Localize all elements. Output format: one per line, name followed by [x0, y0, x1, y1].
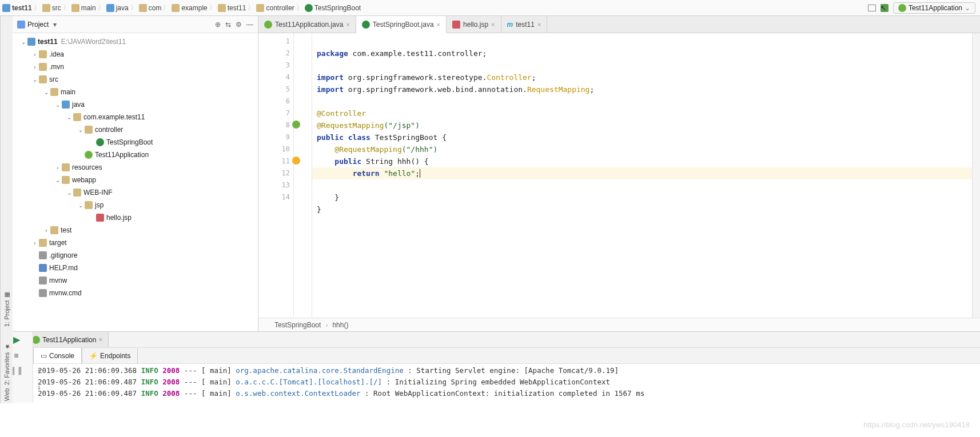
close-icon[interactable]: ×: [98, 336, 102, 344]
watermark: https://blog.csdn.net/yws190418: [863, 420, 970, 429]
breadcrumb-item[interactable]: test11: [218, 4, 246, 12]
run-dashboard-icon[interactable]: [868, 5, 876, 11]
class-icon: [305, 4, 313, 12]
tree-item[interactable]: ⌄webapp: [13, 174, 258, 186]
txt-icon: [39, 289, 47, 297]
spring-gutter-icon[interactable]: [292, 121, 300, 129]
class-icon: [96, 138, 104, 146]
tree-item[interactable]: mvnw: [13, 274, 258, 287]
close-icon[interactable]: ×: [346, 21, 349, 28]
console-line: 2019-05-26 21:06:09.487 INFO 2008 --- [ …: [38, 376, 975, 388]
tree-twisty-icon[interactable]: ⌄: [77, 202, 85, 209]
expand-icon[interactable]: ⇆: [225, 21, 231, 29]
tree-item[interactable]: ⌄controller: [13, 123, 258, 136]
tree-twisty-icon[interactable]: ⌄: [31, 77, 39, 83]
project-panel: Project ▾ ⊕ ⇆ ⚙ — ⌄test11E:\JAVAWord2\te…: [13, 16, 258, 331]
tree-item[interactable]: ⌄main: [13, 86, 258, 98]
scrollbar[interactable]: [972, 33, 980, 318]
hide-icon[interactable]: —: [246, 21, 253, 29]
console-line: 2019-05-26 21:06:09.368 INFO 2008 --- [ …: [38, 365, 975, 376]
tree-twisty-icon[interactable]: ⌄: [54, 102, 62, 108]
tree-item[interactable]: ›test: [13, 224, 258, 236]
web-tool-button[interactable]: Web: [3, 388, 10, 401]
tree-twisty-icon[interactable]: ›: [31, 51, 39, 58]
run-tab[interactable]: Test11Application ×: [26, 332, 109, 347]
tree-twisty-icon[interactable]: ›: [31, 64, 39, 70]
tree-item[interactable]: ›.idea: [13, 48, 258, 61]
endpoints-tab[interactable]: ⚡ Endpoints: [82, 348, 138, 363]
breadcrumb-item[interactable]: TestSpringBoot: [305, 4, 361, 12]
locate-icon[interactable]: ⊕: [215, 21, 221, 29]
tree-twisty-icon[interactable]: ›: [42, 227, 50, 234]
tree-item[interactable]: ›.mvn: [13, 61, 258, 73]
project-tree[interactable]: ⌄test11E:\JAVAWord2\test11›.idea›.mvn⌄sr…: [13, 33, 258, 331]
tree-item[interactable]: mvnw.cmd: [13, 287, 258, 299]
tree-item[interactable]: ⌄src: [13, 73, 258, 86]
folder-icon: [85, 126, 93, 134]
folder-icon: [172, 4, 180, 12]
scroll-down-icon[interactable]: ↓: [37, 381, 41, 392]
editor-tab[interactable]: hello.jsp×: [447, 16, 501, 33]
tree-item[interactable]: ⌄test11E:\JAVAWord2\test11: [13, 35, 258, 48]
code-editor[interactable]: package com.example.test11.controller; i…: [312, 33, 972, 318]
tree-twisty-icon[interactable]: ⌄: [54, 177, 62, 183]
breadcrumb-item[interactable]: main: [71, 4, 96, 12]
tree-twisty-icon[interactable]: ›: [54, 165, 62, 171]
gear-icon[interactable]: ⚙: [236, 21, 242, 29]
status-method[interactable]: hhh(): [332, 321, 348, 329]
tree-item[interactable]: ⌄com.example.test11: [13, 111, 258, 123]
scroll-up-icon[interactable]: ↑: [37, 365, 41, 376]
tree-twisty-icon[interactable]: ⌄: [65, 114, 73, 121]
run-config-selector[interactable]: Test11Application ⌄: [893, 2, 975, 14]
console-output[interactable]: ↑ ↓ 2019-05-26 21:06:09.368 INFO 2008 --…: [33, 364, 980, 434]
breadcrumb-item[interactable]: example: [172, 4, 207, 12]
editor-tab[interactable]: mtest11×: [501, 16, 548, 33]
tree-item[interactable]: TestSpringBoot: [13, 136, 258, 149]
breadcrumb-item[interactable]: controller: [256, 4, 294, 12]
folder-blue-icon: [27, 38, 35, 46]
tree-twisty-icon[interactable]: ⌄: [19, 39, 27, 45]
editor-tab[interactable]: Test11Application.java×: [258, 16, 356, 33]
project-icon: [17, 21, 25, 29]
txt-icon: [39, 251, 47, 259]
tree-twisty-icon[interactable]: ⌄: [65, 190, 73, 196]
build-icon[interactable]: ↖: [881, 4, 889, 12]
console-tab[interactable]: ▭ Console: [33, 348, 82, 363]
tree-item[interactable]: ›resources: [13, 161, 258, 174]
chevron-down-icon[interactable]: ▾: [53, 21, 57, 29]
close-icon[interactable]: ×: [537, 21, 541, 28]
folder-blue-icon: [62, 101, 70, 109]
close-icon[interactable]: ×: [491, 21, 495, 28]
run-config-label: Test11Application: [909, 4, 962, 12]
tree-item[interactable]: Test11Application: [13, 149, 258, 161]
close-icon[interactable]: ×: [437, 21, 440, 28]
tree-twisty-icon[interactable]: ›: [31, 240, 39, 246]
tree-item[interactable]: .gitignore: [13, 249, 258, 262]
breadcrumb-item[interactable]: com: [139, 4, 162, 12]
folder-icon: [50, 226, 58, 234]
folder-icon: [39, 63, 47, 71]
tree-item[interactable]: ⌄jsp: [13, 199, 258, 211]
breadcrumb-item[interactable]: test11: [2, 4, 32, 12]
breadcrumb: test11〉 src〉 main〉 java〉 com〉 example〉 t…: [2, 3, 361, 13]
tree-item[interactable]: hello.jsp: [13, 211, 258, 224]
breadcrumb-item[interactable]: src: [42, 4, 61, 12]
tree-item[interactable]: ›target: [13, 236, 258, 249]
tree-twisty-icon[interactable]: ⌄: [77, 127, 85, 133]
stop-icon[interactable]: ■: [14, 351, 18, 360]
class-icon: [362, 21, 370, 29]
status-class[interactable]: TestSpringBoot: [274, 321, 321, 329]
editor-tab[interactable]: TestSpringBoot.java×: [356, 16, 447, 33]
tree-twisty-icon[interactable]: ⌄: [42, 89, 50, 95]
intention-bulb-icon[interactable]: [292, 157, 300, 165]
rerun-icon[interactable]: ▶: [13, 334, 20, 345]
tree-item[interactable]: ⌄java: [13, 98, 258, 111]
tree-item[interactable]: ⌄WEB-INF: [13, 186, 258, 199]
folder-icon: [71, 4, 79, 12]
project-tool-button[interactable]: 1: Project▦: [3, 291, 10, 327]
tree-item[interactable]: HELP.md: [13, 262, 258, 274]
breadcrumb-item[interactable]: java: [106, 4, 129, 12]
txt-icon: [39, 276, 47, 284]
folder-icon: [256, 4, 264, 12]
favorites-tool-button[interactable]: 2: Favorites ★: [3, 343, 10, 385]
